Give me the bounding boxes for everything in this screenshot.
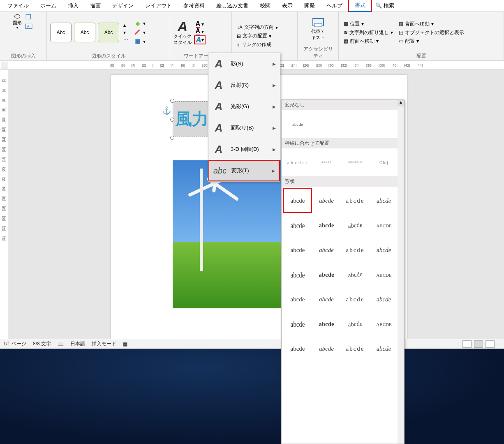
transform-warp-16[interactable]: abcde (370, 262, 398, 287)
transform-warp-19[interactable]: abcde (341, 287, 370, 312)
status-words[interactable]: 8/8 文字 (33, 340, 51, 347)
menu-layout[interactable]: レイアウト (139, 0, 178, 11)
position-icon: ▦ (344, 21, 348, 27)
scroll-up-icon[interactable]: ▲ (398, 100, 404, 106)
text-effects-button[interactable]: A ▾ (194, 35, 206, 44)
transform-follow-3[interactable]: ᵃᵇᶜᵈᵉᶠᵍ (341, 150, 370, 175)
shape-style-more-button[interactable]: ⋯ (122, 37, 130, 43)
textbox-button[interactable]: A (23, 22, 34, 30)
bring-forward-button[interactable]: ▧前面へ移動 ▾ (342, 37, 395, 45)
menu-draw[interactable]: 描画 (84, 0, 106, 11)
effect-reflection[interactable]: A反射(R)▶ (208, 74, 280, 96)
transform-none[interactable]: abcde (283, 112, 312, 136)
text-direction-button[interactable]: ↕A文字列の方向 ▾ (235, 23, 280, 31)
menu-insert[interactable]: 挿入 (62, 0, 84, 11)
transform-warp-21[interactable]: abcde (283, 308, 312, 340)
rotation-A-icon: A (213, 143, 225, 156)
quick-style-button[interactable]: A クイック スタイル (173, 19, 192, 46)
transform-warp-14[interactable]: abcde (312, 262, 341, 287)
effect-shadow[interactable]: A影(S)▶ (208, 53, 280, 74)
bevel-A-icon: A (213, 122, 225, 134)
gallery-scrollbar[interactable]: ▲ (398, 100, 404, 444)
menu-file[interactable]: ファイル (2, 0, 35, 11)
transform-warp-10[interactable]: abcde (312, 238, 341, 262)
transform-warp-25[interactable]: abcde (283, 336, 312, 361)
alt-text-button[interactable]: 代替テ キスト (311, 18, 325, 41)
transform-warp-24[interactable]: abcde (370, 312, 398, 336)
zoom-out-icon[interactable]: − (497, 340, 501, 348)
status-page[interactable]: 1/1 ページ (3, 340, 26, 347)
effect-bevel[interactable]: A面取り(B)▶ (208, 117, 280, 139)
position-button[interactable]: ▦位置 ▾ (342, 20, 395, 28)
shape-style-arrow-down[interactable]: ▾ (122, 29, 130, 36)
transform-warp-13[interactable]: abcde (283, 259, 312, 291)
transform-warp-11[interactable]: abcde (341, 238, 370, 262)
menu-view[interactable]: 表示 (276, 0, 298, 11)
status-language[interactable]: 日本語 (70, 340, 85, 347)
shape-fill-button[interactable]: ▾ (132, 19, 147, 28)
shapes-gallery-button[interactable]: 図形 ▾ (13, 13, 22, 30)
vertical-ruler[interactable]: |2||4||6||8||10||12||14||16||18||20||22|… (0, 70, 8, 340)
menu-references[interactable]: 参考資料 (178, 0, 210, 11)
transform-follow-1[interactable]: a b c d e f (283, 150, 312, 175)
shape-style-arrow-up[interactable]: ▴ (122, 22, 130, 28)
menu-search[interactable]: 🔍 検索 (375, 2, 394, 9)
status-insert-mode[interactable]: 挿入モード (92, 340, 116, 347)
effect-3d-rotation[interactable]: A3-D 回転(D)▶ (208, 139, 280, 160)
chevron-right-icon: ▶ (273, 147, 276, 152)
transform-warp-26[interactable]: abcde (312, 336, 341, 361)
transform-follow-4[interactable]: Ghij (370, 150, 398, 175)
shape-style-thumb-2[interactable]: Abc (74, 23, 95, 42)
menu-home[interactable]: ホーム (35, 0, 62, 11)
view-print-layout[interactable] (474, 340, 483, 348)
transform-follow-2[interactable]: ᵃᵇᶜᵈᵉ (312, 150, 341, 175)
transform-warp-4[interactable]: abcde (368, 188, 401, 213)
effect-transform[interactable]: abc変形(T)▶ (208, 160, 280, 181)
transform-warp-2[interactable]: abcde (312, 188, 341, 213)
align-button[interactable]: ▭配置 ▾ (397, 37, 466, 45)
transform-warp-6[interactable]: abcde (312, 213, 341, 238)
transform-warp-20[interactable]: abcde (368, 287, 401, 312)
shape-outline-button[interactable]: ▾ (132, 28, 147, 37)
shape-style-thumb-3[interactable]: Abc (98, 23, 119, 42)
menu-review[interactable]: 校閲 (254, 0, 276, 11)
transform-warp-3[interactable]: abcde (341, 188, 370, 213)
text-align-button[interactable]: ⊟文字の配置 ▾ (235, 32, 280, 40)
transform-warp-28[interactable]: abcde (368, 336, 401, 361)
transform-warp-12[interactable]: abcde (368, 238, 401, 262)
create-link-button[interactable]: ⟡リンクの作成 (235, 41, 280, 49)
transform-warp-5[interactable]: abcde (283, 209, 312, 241)
alt-text-icon (312, 18, 324, 28)
transform-warp-23[interactable]: abcde (340, 311, 370, 338)
transform-warp-15[interactable]: abcde (340, 261, 370, 288)
menu-format[interactable]: 書式 (348, 0, 372, 12)
text-fill-button[interactable]: A ▾ (196, 21, 204, 27)
transform-warp-7[interactable]: abcde (340, 212, 370, 239)
spellcheck-icon[interactable]: 📖 (58, 341, 64, 347)
view-web-layout[interactable] (486, 340, 495, 348)
send-backward-button[interactable]: ▨背面へ移動 ▾ (397, 20, 466, 28)
menu-mailings[interactable]: 差し込み文書 (210, 0, 254, 11)
menu-help[interactable]: ヘルプ (321, 0, 348, 11)
shape-style-thumb-1[interactable]: Abc (50, 23, 72, 42)
resize-handle[interactable] (170, 118, 174, 122)
transform-warp-18[interactable]: abcde (312, 287, 341, 312)
transform-warp-22[interactable]: abcde (312, 312, 341, 336)
resize-handle[interactable] (170, 136, 174, 140)
text-outline-button[interactable]: A ▾ (196, 28, 204, 35)
anchor-icon: ⚓ (162, 106, 171, 115)
transform-warp-27[interactable]: abcde (341, 336, 370, 361)
text-align-icon: ⊟ (237, 33, 241, 39)
shape-effects-button[interactable]: ▾ (132, 37, 147, 46)
menu-developer[interactable]: 開発 (298, 0, 321, 11)
macro-icon[interactable]: ▦ (123, 341, 127, 347)
view-read-mode[interactable] (462, 340, 472, 348)
transform-warp-8[interactable]: abcde (370, 213, 398, 238)
edit-shape-button[interactable] (23, 13, 34, 21)
effect-glow[interactable]: A光彩(G)▶ (208, 96, 280, 117)
menu-design[interactable]: デザイン (106, 0, 139, 11)
wind-turbine-image[interactable] (173, 160, 284, 308)
resize-handle[interactable] (170, 99, 174, 103)
selection-pane-button[interactable]: ▤オブジェクトの選択と表示 (397, 29, 466, 37)
wrap-text-button[interactable]: ≋文字列の折り返し ▾ (342, 29, 395, 37)
